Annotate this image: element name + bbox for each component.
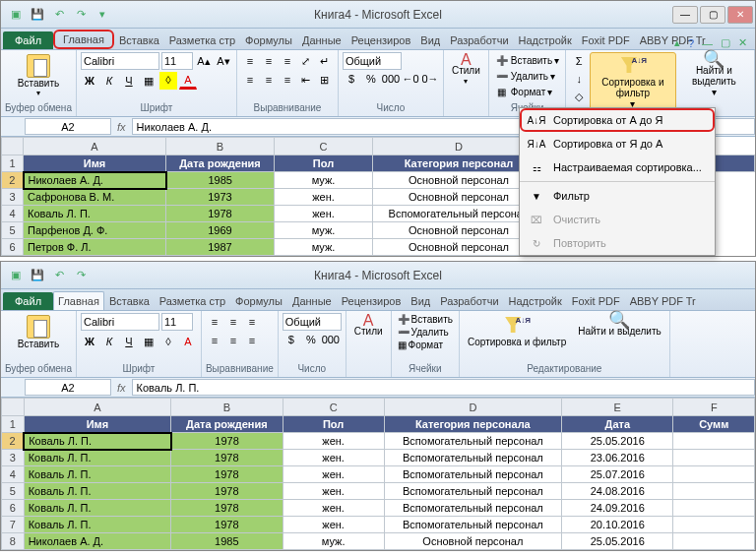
cell-cat[interactable]: Вспомогательный персонал — [384, 500, 561, 517]
fill-color-button[interactable]: ◊ — [159, 72, 177, 90]
row-header[interactable]: 5 — [2, 222, 24, 239]
row-header[interactable]: 5 — [2, 483, 25, 500]
cell-sum[interactable] — [673, 450, 755, 466]
row-header[interactable]: 1 — [2, 416, 25, 433]
cell-sex[interactable]: жен. — [283, 450, 384, 466]
insert-tab[interactable]: Вставка — [114, 31, 164, 49]
cell-name[interactable]: Сафронова В. М. — [24, 189, 166, 206]
layout-tab[interactable]: Разметка стр — [155, 291, 230, 310]
insert-tab[interactable]: Вставка — [104, 291, 155, 310]
maximize-button[interactable]: ▢ — [700, 6, 725, 24]
sort-filter-button[interactable]: А↓ЯСортировка и фильтр — [464, 313, 570, 349]
cell-sex[interactable]: жен. — [275, 189, 373, 206]
wrap-icon[interactable]: ↵ — [316, 52, 334, 70]
formulas-tab[interactable]: Формулы — [230, 291, 287, 310]
col-header[interactable]: E — [562, 399, 673, 416]
header-cell[interactable]: Дата рождения — [166, 155, 275, 172]
cell-sum[interactable] — [673, 466, 755, 483]
minimize-button[interactable]: — — [672, 6, 698, 24]
header-cell[interactable]: Имя — [24, 416, 170, 433]
cell-date[interactable]: 23.06.2016 — [562, 450, 673, 466]
col-header[interactable]: F — [673, 399, 755, 416]
abbyy-tab[interactable]: ABBY PDF Tr — [625, 291, 701, 310]
header-cell[interactable]: Категория персонала — [384, 416, 561, 433]
cell-name[interactable]: Коваль Л. П. — [24, 433, 170, 450]
header-cell[interactable]: Пол — [283, 416, 384, 433]
cell-name[interactable]: Николаев А. Д. — [24, 172, 166, 189]
home-tab[interactable]: Главная — [53, 30, 114, 49]
cell-cat[interactable]: Вспомогательный персонал — [384, 433, 561, 450]
cell-name[interactable]: Коваль Л. П. — [24, 206, 166, 222]
cell-sex[interactable]: жен. — [275, 206, 373, 222]
workbook-close-icon[interactable]: ✕ — [738, 36, 747, 49]
save-icon[interactable]: 💾 — [29, 6, 46, 24]
addins-tab[interactable]: Надстройк — [514, 31, 577, 49]
header-cell[interactable]: Дата рождения — [171, 416, 283, 433]
underline-button[interactable]: Ч — [120, 72, 138, 90]
redo-icon[interactable]: ↷ — [72, 6, 90, 24]
comma-icon[interactable]: 000 — [382, 70, 400, 88]
file-tab[interactable]: Файл — [3, 292, 53, 310]
header-cell[interactable]: Имя — [24, 155, 166, 172]
cell-name[interactable]: Коваль Л. П. — [24, 450, 170, 466]
col-header[interactable]: C — [275, 138, 373, 155]
autosum-icon[interactable]: Σ — [570, 52, 588, 70]
cell-sex[interactable]: жен. — [283, 500, 384, 517]
insert-cells-button[interactable]: ➕Вставить — [396, 313, 455, 326]
view-tab[interactable]: Вид — [415, 31, 445, 49]
review-tab[interactable]: Рецензиров — [337, 291, 407, 310]
home-tab[interactable]: Главная — [53, 291, 104, 310]
font-size-select[interactable] — [161, 313, 193, 331]
worksheet-after[interactable]: ABCDEF1ИмяДата рожденияПолКатегория перс… — [1, 398, 755, 550]
view-tab[interactable]: Вид — [406, 291, 435, 310]
row-header[interactable]: 4 — [2, 466, 25, 483]
cell-date[interactable]: 25.07.2016 — [562, 466, 673, 483]
col-header[interactable]: B — [171, 399, 283, 416]
border-button[interactable]: ▦ — [140, 333, 158, 350]
col-header[interactable]: B — [166, 138, 275, 155]
align-right-icon[interactable]: ≡ — [279, 71, 296, 89]
cell-year[interactable]: 1973 — [166, 189, 275, 206]
cell-name[interactable]: Николаев А. Д. — [24, 533, 170, 550]
format-cells-button[interactable]: ▦Формат▾ — [493, 84, 561, 99]
cell-year[interactable]: 1978 — [171, 517, 283, 533]
cell-year[interactable]: 1985 — [171, 533, 283, 550]
align-left-icon[interactable]: ≡ — [241, 71, 259, 89]
paste-button[interactable]: Вставить ▾ — [5, 52, 72, 99]
developer-tab[interactable]: Разработчи — [445, 31, 513, 49]
cell-cat[interactable]: Вспомогательный персонал — [384, 483, 561, 500]
custom-sort-item[interactable]: ⚏ Настраиваемая сортировка... — [520, 155, 715, 179]
row-header[interactable]: 3 — [2, 450, 25, 466]
row-header[interactable]: 6 — [2, 239, 24, 256]
row-header[interactable]: 6 — [2, 500, 25, 517]
cell-name[interactable]: Коваль Л. П. — [24, 483, 170, 500]
fx-icon[interactable]: fx — [117, 382, 126, 394]
delete-cells-button[interactable]: ➖Удалить — [396, 326, 455, 339]
undo-icon[interactable]: ↶ — [50, 267, 68, 284]
cell-sex[interactable]: муж. — [283, 533, 384, 550]
cell-date[interactable]: 24.09.2016 — [562, 500, 673, 517]
align-mid-icon[interactable]: ≡ — [260, 52, 278, 70]
row-header[interactable]: 4 — [2, 206, 24, 222]
cell-sex[interactable]: жен. — [283, 517, 384, 533]
header-cell[interactable]: Дата — [562, 416, 673, 433]
cell-sex[interactable]: жен. — [283, 466, 384, 483]
row-header[interactable]: 3 — [2, 189, 24, 206]
cell-date[interactable]: 20.10.2016 — [562, 517, 673, 533]
name-box[interactable]: A2 — [25, 118, 111, 135]
formulas-tab[interactable]: Формулы — [240, 31, 297, 49]
cell-sex[interactable]: муж. — [275, 239, 373, 256]
sort-filter-button[interactable]: А↓Я Сортировка и фильтр▾ — [590, 52, 676, 112]
indent-dec-icon[interactable]: ⇤ — [297, 71, 315, 89]
cell-sum[interactable] — [673, 433, 755, 450]
styles-button[interactable]: A Стили ▾ — [448, 52, 484, 89]
cell-cat[interactable]: Вспомогательный персонал — [384, 517, 561, 533]
cell-sex[interactable]: жен. — [283, 483, 384, 500]
percent-icon[interactable]: % — [362, 70, 380, 88]
row-header[interactable]: 2 — [2, 433, 25, 450]
col-header[interactable]: C — [283, 399, 384, 416]
cell-year[interactable]: 1978 — [171, 483, 283, 500]
name-box[interactable]: A2 — [25, 379, 111, 396]
sort-desc-item[interactable]: Я↓А Сортировка от Я до А — [520, 132, 715, 155]
cell-year[interactable]: 1978 — [166, 206, 275, 222]
